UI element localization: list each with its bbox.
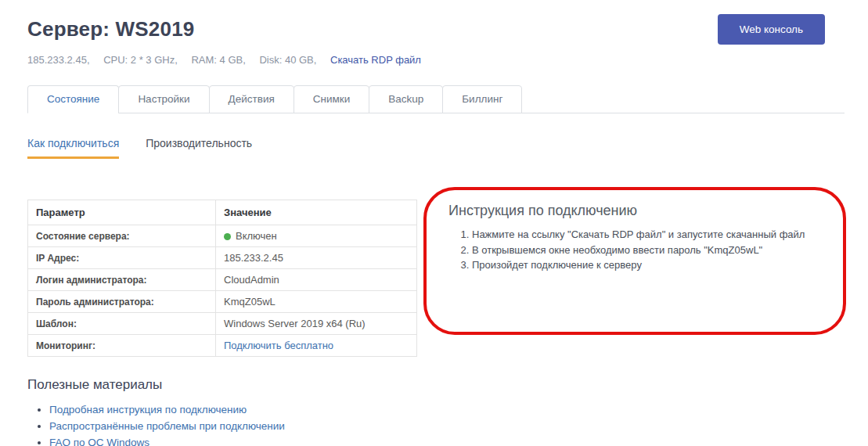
value-admin-password: KmqZ05wL <box>216 291 417 313</box>
web-console-button[interactable]: Web консоль <box>718 14 825 45</box>
param-server-state: Состояние сервера: <box>28 225 216 247</box>
server-state-text: Включен <box>236 230 277 242</box>
instruction-steps: Нажмите на ссылку "Скачать RDP файл" и з… <box>472 227 837 273</box>
sub-tabs: Как подключиться Производительность <box>27 137 845 159</box>
download-rdp-link[interactable]: Скачать RDP файл <box>330 54 421 66</box>
table-row: Пароль администратора: KmqZ05wL <box>28 291 417 313</box>
param-ip: IP Адрес: <box>28 247 216 269</box>
material-links: Подробная инструкция по подключению Расп… <box>49 402 845 446</box>
instruction-step: Нажмите на ссылку "Скачать RDP файл" и з… <box>472 227 837 243</box>
useful-materials: Полезные материалы Подробная инструкция … <box>27 377 845 446</box>
param-monitoring: Мониторинг: <box>28 335 216 357</box>
table-row: Состояние сервера: Включен <box>28 225 417 247</box>
tab-billing[interactable]: Биллинг <box>442 85 522 113</box>
value-template: Windows Server 2019 x64 (Ru) <box>216 313 417 335</box>
common-problems-link[interactable]: Распространённые проблемы при подключени… <box>49 420 285 432</box>
instruction-step: В открывшемся окне необходимо ввести пар… <box>472 243 837 258</box>
list-item: Распространённые проблемы при подключени… <box>49 419 845 435</box>
instructions-title: Инструкция по подключению <box>448 203 837 219</box>
param-template: Шаблон: <box>28 313 216 335</box>
tab-status[interactable]: Состояние <box>27 85 119 113</box>
params-table: Параметр Значение Состояние сервера: Вкл… <box>27 200 417 357</box>
content-row: Параметр Значение Состояние сервера: Вкл… <box>27 200 845 357</box>
subtab-how-to-connect[interactable]: Как подключиться <box>27 137 119 159</box>
table-header-value: Значение <box>216 200 417 225</box>
main-tabs: Состояние Настройки Действия Снимки Back… <box>27 85 845 113</box>
value-server-state: Включен <box>216 225 417 247</box>
meta-ip: 185.233.2.45, <box>27 54 90 66</box>
meta-cpu: CPU: 2 * 3 GHz, <box>103 54 178 66</box>
list-item: Подробная инструкция по подключению <box>49 402 845 419</box>
tab-actions[interactable]: Действия <box>209 85 294 113</box>
param-admin-login: Логин администратора: <box>28 269 216 291</box>
table-row: Мониторинг: Подключить бесплатно <box>28 335 417 357</box>
tab-snapshots[interactable]: Снимки <box>294 85 369 113</box>
meta-disk: Disk: 40 GB, <box>259 54 316 66</box>
server-page: Сервер: WS2019 Web консоль 185.233.2.45,… <box>0 0 868 446</box>
table-header-row: Параметр Значение <box>28 200 417 225</box>
materials-title: Полезные материалы <box>27 377 845 393</box>
page-header: Сервер: WS2019 Web консоль <box>27 14 845 45</box>
connection-instructions: Инструкция по подключению Нажмите на ссы… <box>441 200 845 357</box>
tab-settings[interactable]: Настройки <box>118 85 209 113</box>
table-row: IP Адрес: 185.233.2.45 <box>28 247 417 269</box>
detailed-instruction-link[interactable]: Подробная инструкция по подключению <box>49 404 247 415</box>
meta-ram: RAM: 4 GB, <box>191 54 245 66</box>
page-title: Сервер: WS2019 <box>27 14 195 41</box>
value-ip: 185.233.2.45 <box>216 247 417 269</box>
tab-backup[interactable]: Backup <box>369 85 443 113</box>
table-row: Шаблон: Windows Server 2019 x64 (Ru) <box>28 313 417 335</box>
param-admin-password: Пароль администратора: <box>28 291 216 313</box>
table-row: Логин администратора: CloudAdmin <box>28 269 417 291</box>
list-item: FAQ по ОС Windows <box>49 435 845 446</box>
table-header-param: Параметр <box>28 200 216 225</box>
value-monitoring: Подключить бесплатно <box>216 335 417 357</box>
subtab-performance[interactable]: Производительность <box>146 137 252 159</box>
status-online-icon <box>224 233 231 240</box>
faq-windows-link[interactable]: FAQ по ОС Windows <box>49 437 149 446</box>
instruction-step: Произойдет подключение к серверу <box>472 257 837 273</box>
server-meta: 185.233.2.45, CPU: 2 * 3 GHz, RAM: 4 GB,… <box>27 54 845 66</box>
connect-monitoring-link[interactable]: Подключить бесплатно <box>224 340 333 351</box>
value-admin-login: CloudAdmin <box>216 269 417 291</box>
